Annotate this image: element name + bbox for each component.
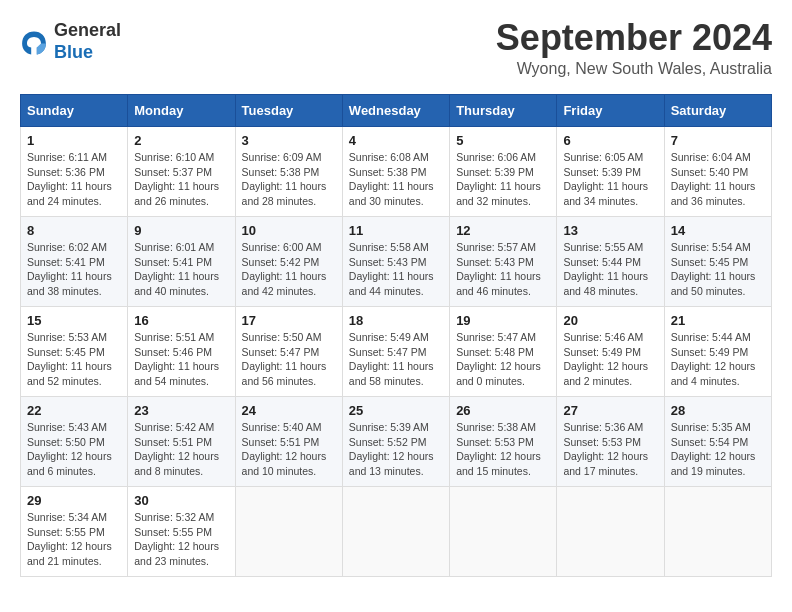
day-header-thursday: Thursday <box>450 95 557 127</box>
day-number: 18 <box>349 313 443 328</box>
day-number: 22 <box>27 403 121 418</box>
day-info: Sunrise: 5:50 AM Sunset: 5:47 PM Dayligh… <box>242 330 336 389</box>
calendar-cell: 22 Sunrise: 5:43 AM Sunset: 5:50 PM Dayl… <box>21 397 128 487</box>
day-header-saturday: Saturday <box>664 95 771 127</box>
day-info: Sunrise: 6:01 AM Sunset: 5:41 PM Dayligh… <box>134 240 228 299</box>
calendar-week-1: 1 Sunrise: 6:11 AM Sunset: 5:36 PM Dayli… <box>21 127 772 217</box>
calendar-cell: 14 Sunrise: 5:54 AM Sunset: 5:45 PM Dayl… <box>664 217 771 307</box>
day-number: 8 <box>27 223 121 238</box>
calendar-cell <box>235 487 342 577</box>
day-number: 28 <box>671 403 765 418</box>
day-info: Sunrise: 5:39 AM Sunset: 5:52 PM Dayligh… <box>349 420 443 479</box>
day-number: 30 <box>134 493 228 508</box>
calendar-cell: 8 Sunrise: 6:02 AM Sunset: 5:41 PM Dayli… <box>21 217 128 307</box>
calendar-cell: 6 Sunrise: 6:05 AM Sunset: 5:39 PM Dayli… <box>557 127 664 217</box>
location: Wyong, New South Wales, Australia <box>496 60 772 78</box>
logo: General Blue <box>20 20 121 63</box>
day-number: 11 <box>349 223 443 238</box>
day-info: Sunrise: 6:10 AM Sunset: 5:37 PM Dayligh… <box>134 150 228 209</box>
title-section: September 2024 Wyong, New South Wales, A… <box>496 20 772 78</box>
day-info: Sunrise: 5:36 AM Sunset: 5:53 PM Dayligh… <box>563 420 657 479</box>
day-number: 5 <box>456 133 550 148</box>
calendar-table: SundayMondayTuesdayWednesdayThursdayFrid… <box>20 94 772 577</box>
calendar-week-2: 8 Sunrise: 6:02 AM Sunset: 5:41 PM Dayli… <box>21 217 772 307</box>
calendar-cell: 15 Sunrise: 5:53 AM Sunset: 5:45 PM Dayl… <box>21 307 128 397</box>
calendar-cell: 30 Sunrise: 5:32 AM Sunset: 5:55 PM Dayl… <box>128 487 235 577</box>
calendar-cell: 10 Sunrise: 6:00 AM Sunset: 5:42 PM Dayl… <box>235 217 342 307</box>
calendar-cell <box>557 487 664 577</box>
day-number: 4 <box>349 133 443 148</box>
day-info: Sunrise: 5:57 AM Sunset: 5:43 PM Dayligh… <box>456 240 550 299</box>
day-number: 14 <box>671 223 765 238</box>
day-number: 9 <box>134 223 228 238</box>
calendar-cell: 11 Sunrise: 5:58 AM Sunset: 5:43 PM Dayl… <box>342 217 449 307</box>
calendar-header: SundayMondayTuesdayWednesdayThursdayFrid… <box>21 95 772 127</box>
day-number: 27 <box>563 403 657 418</box>
calendar-cell: 24 Sunrise: 5:40 AM Sunset: 5:51 PM Dayl… <box>235 397 342 487</box>
day-info: Sunrise: 5:55 AM Sunset: 5:44 PM Dayligh… <box>563 240 657 299</box>
calendar-cell: 28 Sunrise: 5:35 AM Sunset: 5:54 PM Dayl… <box>664 397 771 487</box>
calendar-cell <box>342 487 449 577</box>
day-info: Sunrise: 5:46 AM Sunset: 5:49 PM Dayligh… <box>563 330 657 389</box>
day-info: Sunrise: 5:44 AM Sunset: 5:49 PM Dayligh… <box>671 330 765 389</box>
day-info: Sunrise: 6:00 AM Sunset: 5:42 PM Dayligh… <box>242 240 336 299</box>
day-info: Sunrise: 6:02 AM Sunset: 5:41 PM Dayligh… <box>27 240 121 299</box>
calendar-cell: 9 Sunrise: 6:01 AM Sunset: 5:41 PM Dayli… <box>128 217 235 307</box>
day-number: 24 <box>242 403 336 418</box>
day-number: 7 <box>671 133 765 148</box>
day-number: 21 <box>671 313 765 328</box>
day-header-wednesday: Wednesday <box>342 95 449 127</box>
calendar-cell: 12 Sunrise: 5:57 AM Sunset: 5:43 PM Dayl… <box>450 217 557 307</box>
calendar-cell: 20 Sunrise: 5:46 AM Sunset: 5:49 PM Dayl… <box>557 307 664 397</box>
day-number: 29 <box>27 493 121 508</box>
calendar-cell <box>664 487 771 577</box>
day-number: 17 <box>242 313 336 328</box>
day-info: Sunrise: 6:08 AM Sunset: 5:38 PM Dayligh… <box>349 150 443 209</box>
day-number: 2 <box>134 133 228 148</box>
day-info: Sunrise: 6:04 AM Sunset: 5:40 PM Dayligh… <box>671 150 765 209</box>
day-info: Sunrise: 5:43 AM Sunset: 5:50 PM Dayligh… <box>27 420 121 479</box>
day-info: Sunrise: 5:40 AM Sunset: 5:51 PM Dayligh… <box>242 420 336 479</box>
day-info: Sunrise: 5:51 AM Sunset: 5:46 PM Dayligh… <box>134 330 228 389</box>
calendar-cell: 5 Sunrise: 6:06 AM Sunset: 5:39 PM Dayli… <box>450 127 557 217</box>
day-info: Sunrise: 6:11 AM Sunset: 5:36 PM Dayligh… <box>27 150 121 209</box>
month-title: September 2024 <box>496 20 772 56</box>
day-info: Sunrise: 6:06 AM Sunset: 5:39 PM Dayligh… <box>456 150 550 209</box>
day-header-sunday: Sunday <box>21 95 128 127</box>
day-info: Sunrise: 5:34 AM Sunset: 5:55 PM Dayligh… <box>27 510 121 569</box>
logo-icon <box>20 28 48 56</box>
logo-text: General Blue <box>54 20 121 63</box>
calendar-cell: 21 Sunrise: 5:44 AM Sunset: 5:49 PM Dayl… <box>664 307 771 397</box>
day-info: Sunrise: 6:09 AM Sunset: 5:38 PM Dayligh… <box>242 150 336 209</box>
calendar-week-4: 22 Sunrise: 5:43 AM Sunset: 5:50 PM Dayl… <box>21 397 772 487</box>
calendar-week-5: 29 Sunrise: 5:34 AM Sunset: 5:55 PM Dayl… <box>21 487 772 577</box>
day-header-tuesday: Tuesday <box>235 95 342 127</box>
day-info: Sunrise: 5:42 AM Sunset: 5:51 PM Dayligh… <box>134 420 228 479</box>
day-number: 10 <box>242 223 336 238</box>
calendar-cell: 7 Sunrise: 6:04 AM Sunset: 5:40 PM Dayli… <box>664 127 771 217</box>
day-info: Sunrise: 5:38 AM Sunset: 5:53 PM Dayligh… <box>456 420 550 479</box>
calendar-cell: 25 Sunrise: 5:39 AM Sunset: 5:52 PM Dayl… <box>342 397 449 487</box>
calendar-cell: 13 Sunrise: 5:55 AM Sunset: 5:44 PM Dayl… <box>557 217 664 307</box>
calendar-cell: 27 Sunrise: 5:36 AM Sunset: 5:53 PM Dayl… <box>557 397 664 487</box>
calendar-cell: 2 Sunrise: 6:10 AM Sunset: 5:37 PM Dayli… <box>128 127 235 217</box>
calendar-cell: 23 Sunrise: 5:42 AM Sunset: 5:51 PM Dayl… <box>128 397 235 487</box>
day-info: Sunrise: 5:54 AM Sunset: 5:45 PM Dayligh… <box>671 240 765 299</box>
day-number: 3 <box>242 133 336 148</box>
calendar-cell: 1 Sunrise: 6:11 AM Sunset: 5:36 PM Dayli… <box>21 127 128 217</box>
day-number: 26 <box>456 403 550 418</box>
calendar-cell: 29 Sunrise: 5:34 AM Sunset: 5:55 PM Dayl… <box>21 487 128 577</box>
day-number: 6 <box>563 133 657 148</box>
day-number: 25 <box>349 403 443 418</box>
calendar-cell: 19 Sunrise: 5:47 AM Sunset: 5:48 PM Dayl… <box>450 307 557 397</box>
calendar-cell <box>450 487 557 577</box>
day-info: Sunrise: 5:47 AM Sunset: 5:48 PM Dayligh… <box>456 330 550 389</box>
day-header-friday: Friday <box>557 95 664 127</box>
day-info: Sunrise: 5:32 AM Sunset: 5:55 PM Dayligh… <box>134 510 228 569</box>
day-number: 16 <box>134 313 228 328</box>
day-number: 20 <box>563 313 657 328</box>
day-info: Sunrise: 6:05 AM Sunset: 5:39 PM Dayligh… <box>563 150 657 209</box>
day-number: 1 <box>27 133 121 148</box>
day-info: Sunrise: 5:49 AM Sunset: 5:47 PM Dayligh… <box>349 330 443 389</box>
day-number: 13 <box>563 223 657 238</box>
